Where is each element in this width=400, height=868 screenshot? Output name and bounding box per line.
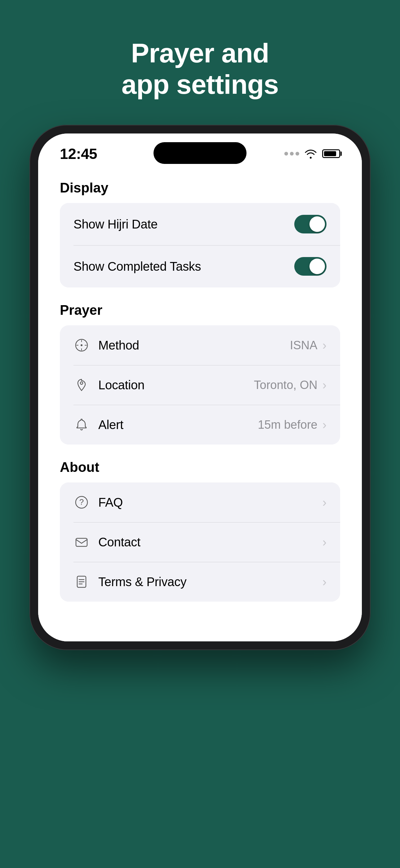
wifi-icon [304, 149, 317, 159]
location-chevron: › [323, 379, 327, 391]
faq-row-right: › [323, 496, 327, 508]
page-title: Prayer and app settings [122, 37, 278, 100]
method-chevron: › [323, 339, 327, 351]
location-value: Toronto, ON [254, 378, 318, 392]
hijri-date-label: Show Hijri Date [73, 217, 158, 231]
contact-row-right: › [323, 536, 327, 548]
signal-icon [284, 152, 299, 156]
hijri-date-row: Show Hijri Date [60, 203, 340, 245]
hijri-date-toggle[interactable] [294, 215, 327, 234]
faq-label: FAQ [98, 495, 123, 509]
method-value: ISNA [290, 339, 318, 352]
terms-row[interactable]: Terms & Privacy › [60, 562, 340, 602]
prayer-section-label: Prayer [60, 302, 340, 318]
contact-row[interactable]: Contact › [60, 522, 340, 562]
svg-point-1 [80, 344, 82, 346]
mail-icon [73, 534, 90, 550]
status-bar: 12:45 [38, 133, 362, 168]
status-icons [284, 149, 340, 159]
document-icon [73, 574, 90, 590]
prayer-card: Method ISNA › [60, 326, 340, 444]
alert-value: 15m before [258, 418, 317, 432]
location-row-left: Location [73, 377, 144, 393]
contact-chevron: › [323, 536, 327, 548]
alert-chevron: › [323, 418, 327, 431]
dynamic-island [154, 142, 246, 164]
location-label: Location [98, 378, 144, 392]
method-label: Method [98, 338, 139, 352]
settings-content: Display Show Hijri Date Show Completed T… [38, 168, 362, 641]
battery-icon [322, 149, 340, 158]
svg-text:?: ? [79, 497, 84, 507]
compass-icon [73, 337, 90, 353]
display-section-label: Display [60, 180, 340, 195]
completed-tasks-row: Show Completed Tasks [60, 245, 340, 287]
location-row-right: Toronto, ON › [254, 378, 327, 392]
terms-row-left: Terms & Privacy [73, 574, 186, 590]
terms-row-right: › [323, 576, 327, 588]
alert-row-left: Alert [73, 416, 124, 433]
faq-row[interactable]: ? FAQ › [60, 483, 340, 522]
terms-label: Terms & Privacy [98, 575, 186, 589]
method-row[interactable]: Method ISNA › [60, 326, 340, 365]
alert-row[interactable]: Alert 15m before › [60, 405, 340, 444]
question-icon: ? [73, 494, 90, 510]
faq-row-left: ? FAQ [73, 494, 123, 510]
method-row-right: ISNA › [290, 339, 327, 352]
completed-tasks-toggle[interactable] [294, 257, 327, 276]
method-row-left: Method [73, 337, 139, 353]
contact-row-left: Contact [73, 534, 140, 550]
phone-screen: 12:45 Display [38, 133, 362, 641]
phone-frame: 12:45 Display [29, 125, 371, 650]
contact-label: Contact [98, 535, 140, 549]
toggle-knob [309, 216, 325, 232]
bell-icon [73, 416, 90, 433]
display-card: Show Hijri Date Show Completed Tasks [60, 203, 340, 287]
page-header: Prayer and app settings [0, 0, 400, 125]
svg-point-2 [80, 382, 83, 384]
alert-label: Alert [98, 418, 124, 432]
status-time: 12:45 [60, 145, 97, 162]
toggle-knob-2 [309, 258, 325, 274]
location-row[interactable]: Location Toronto, ON › [60, 365, 340, 405]
about-section-label: About [60, 460, 340, 475]
completed-tasks-label: Show Completed Tasks [73, 259, 201, 274]
svg-rect-5 [76, 538, 87, 547]
alert-row-right: 15m before › [258, 418, 327, 432]
faq-chevron: › [323, 496, 327, 508]
terms-chevron: › [323, 576, 327, 588]
pin-icon [73, 377, 90, 393]
about-card: ? FAQ › [60, 483, 340, 602]
